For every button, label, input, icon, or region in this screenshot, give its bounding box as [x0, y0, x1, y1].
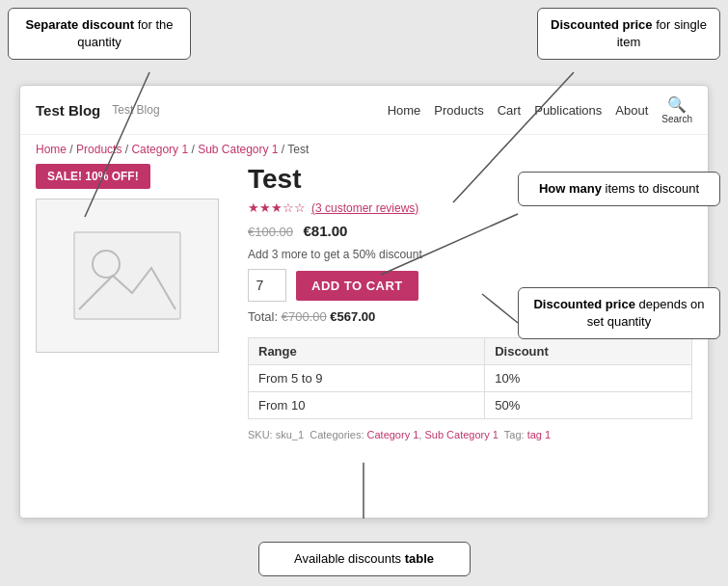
total-new-price: €567.00: [330, 309, 375, 324]
add-to-cart-button[interactable]: ADD TO CART: [296, 271, 418, 301]
search-label: Search: [661, 114, 692, 124]
category-link-2[interactable]: Sub Category 1: [424, 429, 498, 440]
nav-brand: Test Blog: [36, 102, 100, 119]
search-icon: 🔍: [667, 95, 687, 114]
callout-top-right-bold: Discounted price: [551, 17, 652, 32]
old-price: €100.00: [248, 225, 293, 239]
breadcrumb-home[interactable]: Home: [36, 143, 67, 156]
tag-link[interactable]: tag 1: [527, 429, 551, 440]
nav-bar: Test Blog Test Blog Home Products Cart P…: [20, 86, 708, 135]
range-1: From 5 to 9: [249, 365, 485, 392]
new-price: €81.00: [303, 223, 347, 239]
nav-home[interactable]: Home: [388, 103, 421, 118]
nav-products[interactable]: Products: [434, 103, 483, 118]
callout-discount-table: Available discounts table: [258, 542, 471, 576]
discount-table-header: Range Discount: [249, 338, 692, 365]
table-row: From 10 50%: [249, 392, 692, 419]
breadcrumb-subcategory1[interactable]: Sub Category 1: [198, 143, 278, 156]
callout-bottom-center-text: Available discounts: [294, 551, 405, 566]
callout-discounted-price-qty: Discounted price depends on set quantity: [518, 287, 720, 339]
discount-table: Range Discount From 5 to 9 10% From 10 5…: [248, 337, 692, 419]
nav-tagline: Test Blog: [112, 103, 159, 117]
total-label: Total:: [248, 309, 278, 324]
product-image: [36, 199, 219, 353]
product-price: €100.00 €81.00: [248, 223, 692, 240]
table-row: From 5 to 9 10%: [249, 365, 692, 392]
breadcrumb: Home / Products / Category 1 / Sub Categ…: [20, 135, 708, 164]
col-discount: Discount: [485, 338, 692, 365]
total-old-price: €700.00: [282, 309, 327, 324]
callout-bottom-center-bold: table: [405, 551, 434, 566]
callout-mid-right-rest: items to discount: [602, 181, 699, 196]
star-rating: ★★★☆☆: [248, 200, 306, 215]
review-link[interactable]: (3 customer reviews): [311, 201, 418, 215]
callout-top-left-bold: Separate discount: [25, 17, 134, 32]
breadcrumb-category1[interactable]: Category 1: [131, 143, 188, 156]
discount-2: 50%: [485, 392, 692, 419]
callout-discounted-price-single: Discounted price for single item: [537, 8, 720, 60]
category-link-1[interactable]: Category 1: [367, 429, 419, 440]
discount-table-body: From 5 to 9 10% From 10 50%: [249, 365, 692, 419]
callout-how-many: How many items to discount: [518, 172, 720, 206]
breadcrumb-products[interactable]: Products: [76, 143, 121, 156]
product-image-section: SALE! 10% OFF!: [36, 164, 229, 440]
nav-about[interactable]: About: [615, 103, 648, 118]
nav-publications[interactable]: Publications: [534, 103, 602, 118]
nav-search[interactable]: 🔍 Search: [661, 95, 692, 124]
discount-1: 10%: [485, 365, 692, 392]
callout-bottom-right-bold: Discounted price: [533, 297, 634, 311]
sku-line: SKU: sku_1 Categories: Category 1, Sub C…: [248, 429, 692, 440]
discount-hint: Add 3 more to get a 50% discount: [248, 248, 692, 261]
nav-cart[interactable]: Cart: [498, 103, 522, 118]
col-range: Range: [249, 338, 485, 365]
svg-rect-5: [74, 232, 180, 319]
callout-separate-discount: Separate discount for the quantity: [8, 8, 191, 60]
callout-mid-right-bold: How many: [539, 181, 602, 196]
quantity-input[interactable]: [248, 269, 286, 302]
placeholder-image-svg: [69, 227, 185, 324]
sale-badge: SALE! 10% OFF!: [36, 164, 150, 189]
range-2: From 10: [249, 392, 485, 419]
nav-links: Home Products Cart Publications About 🔍 …: [388, 95, 692, 124]
sku-value: sku_1: [276, 429, 304, 440]
